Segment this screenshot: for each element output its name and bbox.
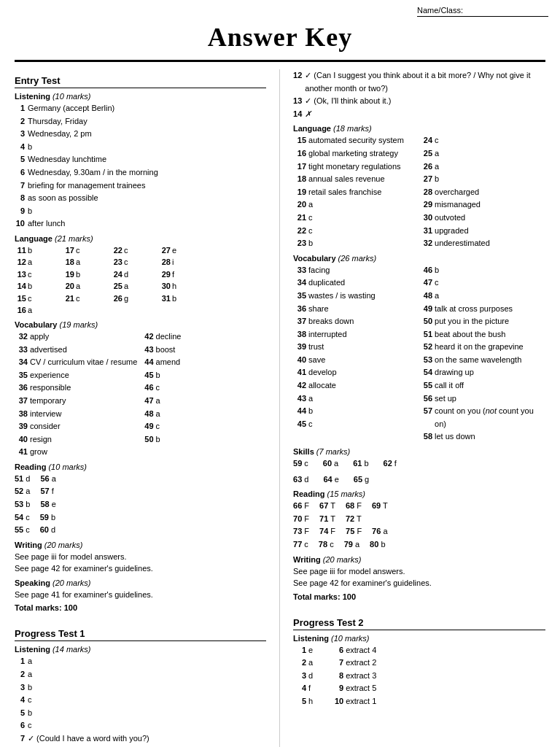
entry-speaking-title: Speaking (20 marks) [15, 578, 266, 587]
entry-test-title: Entry Test [15, 75, 266, 88]
pt2-title: Progress Test 2 [293, 617, 545, 630]
list-item: 2Thursday, Friday [15, 115, 266, 128]
right-column: 12 ✓ (Can I suggest you think about it a… [280, 69, 545, 747]
entry-reading-grid: 51 d 56 a 52 a 57 f 53 b 58 e 54 c 59 b … [15, 473, 266, 537]
left-column: Entry Test Listening (10 marks) 1Germany… [15, 69, 280, 747]
list-item: 10after lunch [15, 217, 266, 231]
name-class-label: Name/Class: [417, 6, 548, 17]
entry-listen-right: 12 ✓ (Can I suggest you think about it a… [293, 69, 545, 120]
page: Name/Class: Answer Key Entry Test Listen… [0, 0, 560, 747]
entry-vocab-title: Vocabulary (19 marks) [15, 320, 266, 329]
pt2-listening-title: Listening (10 marks) [293, 634, 545, 643]
list-item: 8as soon as possible [15, 192, 266, 205]
right-reading-grid: 66 F 67 T 68 F 69 T 70 F 71 T 72 T 73 F … [293, 500, 545, 551]
right-skills-grid2: 63 d 64 e 65 g [293, 473, 545, 487]
pt2-listening-grid: 1e 2a 3d 4f 5h 6extract 4 7extract 2 8ex… [293, 644, 545, 708]
entry-listening-title: Listening (10 marks) [15, 92, 266, 101]
entry-listening-list: 1Germany (accept Berlin) 2Thursday, Frid… [15, 102, 266, 231]
right-skills-title: Skills (7 marks) [293, 447, 545, 456]
right-writing-title: Writing (20 marks) [293, 555, 545, 564]
right-language-grid: 15automated security system 16global mar… [293, 134, 545, 249]
list-item: 7briefing for management trainees [15, 179, 266, 193]
entry-speaking-text: See page 41 for examiner's guidelines. [15, 589, 266, 601]
pt1-listening-title: Listening (14 marks) [15, 645, 266, 654]
right-vocab-grid: 33facing 34duplicated 35wastes / is wast… [293, 264, 545, 444]
entry-total: Total marks: 100 [15, 603, 266, 612]
entry-vocab-grid: 32apply 33advertised 34CV / curriculum v… [15, 330, 266, 459]
list-item: 4b [15, 141, 266, 154]
right-vocab-title: Vocabulary (26 marks) [293, 254, 545, 263]
main-columns: Entry Test Listening (10 marks) 1Germany… [0, 62, 560, 747]
page-title: Answer Key [15, 22, 545, 53]
right-total: Total marks: 100 [293, 592, 545, 601]
entry-writing-title: Writing (20 marks) [15, 541, 266, 549]
pt1-title: Progress Test 1 [15, 628, 266, 641]
list-item: 9b [15, 205, 266, 218]
entry-language-grid: 11b 12a 13c 14b 15c 16a 17c 18a 19b 20a … [15, 244, 266, 317]
entry-reading-title: Reading (10 marks) [15, 462, 266, 471]
right-language-title: Language (18 marks) [293, 124, 545, 133]
right-skills-grid: 59 c 60 a 61 b 62 f [293, 457, 545, 471]
list-item: 1Germany (accept Berlin) [15, 102, 266, 115]
list-item: 6Wednesday, 9.30am / in the morning [15, 166, 266, 179]
list-item: 5Wednesday lunchtime [15, 153, 266, 166]
list-item: 3Wednesday, 2 pm [15, 128, 266, 141]
entry-language-title: Language (21 marks) [15, 234, 266, 243]
pt1-listening-list: 1a 2a 3b 4c 5b 6c 7✓ (Could I have a wor… [15, 655, 266, 747]
right-reading-title: Reading (15 marks) [293, 489, 545, 498]
right-writing-text: See page iii for model answers. See page… [293, 565, 545, 589]
entry-writing-text: See page iii for model answers. See page… [15, 551, 266, 575]
